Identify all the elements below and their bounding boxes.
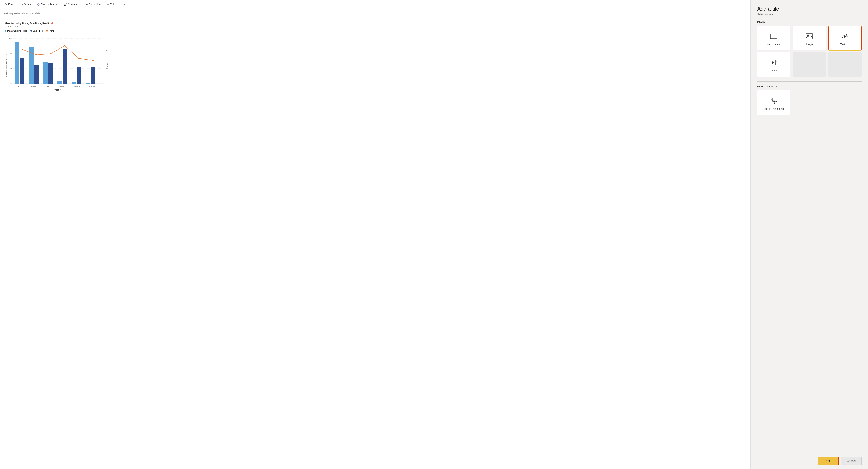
next-button[interactable]: Next	[818, 457, 839, 465]
tile-web-content[interactable]: Web content	[757, 26, 790, 50]
share-label: Share	[24, 3, 31, 6]
svg-text:VTT: VTT	[18, 85, 22, 87]
svg-rect-41	[806, 34, 813, 39]
more-label: ···	[123, 3, 125, 6]
svg-text:Montana: Montana	[73, 85, 80, 87]
chart-legend: Manufacturing Price Sale Price Profit	[5, 30, 746, 32]
chat-label: Chat in Teams	[41, 3, 57, 6]
svg-text:Carretera: Carretera	[88, 85, 95, 87]
svg-text:30K: 30K	[9, 38, 12, 40]
svg-text:Profit: Profit	[106, 63, 108, 67]
media-tile-grid-2: Video	[757, 52, 862, 77]
svg-rect-13	[57, 81, 62, 84]
subscribe-icon: ✉	[85, 3, 88, 6]
svg-rect-14	[72, 82, 76, 84]
svg-text:2M: 2M	[106, 67, 108, 69]
text-box-label: Text box	[840, 43, 849, 46]
chart-subtitle: BY PRODUCT	[5, 25, 746, 28]
comment-label: Comment	[68, 3, 79, 6]
svg-point-25	[64, 45, 65, 46]
svg-text:Velo: Velo	[46, 85, 50, 87]
qa-bar	[0, 9, 750, 18]
more-menu-button[interactable]: ···	[121, 2, 126, 7]
streaming-label: Custom Streaming	[764, 108, 784, 110]
web-content-icon	[770, 32, 778, 41]
svg-rect-10	[15, 42, 20, 84]
chevron-down-icon: ▾	[13, 3, 14, 5]
tile-custom-streaming[interactable]: (o) Custom Streaming	[757, 90, 790, 115]
svg-text:A: A	[845, 34, 847, 37]
file-icon: 🗋	[4, 3, 7, 6]
subscribe-button[interactable]: ✉ Subscribe	[84, 2, 102, 7]
chart-title: Manufacturing Price, Sale Price, Profit	[5, 22, 49, 25]
image-icon	[805, 32, 813, 41]
share-button[interactable]: ↗ Share	[20, 2, 32, 7]
file-label: File	[8, 3, 12, 6]
subscribe-label: Subscribe	[89, 3, 100, 6]
svg-text:10K: 10K	[9, 67, 12, 69]
cancel-button[interactable]: Cancel	[841, 457, 862, 465]
legend-sale: Sale Price	[30, 30, 43, 32]
media-tile-grid: Web content Image A A Text box	[757, 26, 862, 50]
top-bar: 🗋 File ▾ ↗ Share ⬡ Chat in Teams 💬 Comme…	[0, 0, 750, 9]
tile-text-box[interactable]: A A Text box	[828, 26, 862, 50]
file-menu[interactable]: 🗋 File ▾	[3, 2, 16, 7]
chat-in-teams-button[interactable]: ⬡ Chat in Teams	[36, 2, 59, 7]
svg-rect-37	[771, 34, 777, 39]
teams-icon: ⬡	[37, 3, 40, 6]
svg-text:4M: 4M	[106, 49, 108, 51]
legend-mfg: Manufacturing Price	[5, 30, 27, 32]
tile-video[interactable]: Video	[757, 52, 790, 77]
chart-pin-icon: 📌	[50, 22, 53, 25]
svg-rect-15	[86, 83, 90, 84]
image-label: Image	[806, 43, 813, 46]
svg-rect-17	[34, 65, 39, 84]
svg-text:Product: Product	[54, 89, 61, 91]
tile-image[interactable]: Image	[793, 26, 826, 50]
edit-icon: ✏	[106, 3, 109, 6]
panel-title: Add a tile	[757, 6, 862, 12]
svg-text:20K: 20K	[9, 52, 12, 54]
realtime-section-label: REAL-TIME DATA	[757, 85, 862, 88]
svg-rect-21	[91, 67, 95, 84]
tile-empty-1	[793, 52, 826, 77]
edit-chevron-icon: ▾	[116, 3, 117, 5]
edit-button[interactable]: ✏ Edit ▾	[105, 2, 118, 7]
svg-rect-16	[20, 58, 25, 84]
svg-rect-19	[63, 49, 67, 84]
svg-point-22	[22, 49, 23, 50]
legend-profit: Profit	[46, 30, 54, 32]
chart-area: Manufacturing Price, Sale Price, Profit …	[0, 18, 750, 469]
bottom-bar: Next Cancel	[757, 453, 862, 465]
right-panel: Add a tile Select source MEDIA Web conte…	[751, 0, 868, 469]
video-icon	[770, 58, 778, 68]
comment-button[interactable]: 💬 Comment	[62, 2, 81, 7]
chart-svg: 30K 20K 10K 0K 4M 2M	[5, 34, 110, 98]
svg-text:0K: 0K	[10, 83, 12, 85]
svg-text:Paseo: Paseo	[60, 85, 65, 87]
streaming-icon: (o)	[770, 97, 778, 106]
video-label: Video	[771, 69, 777, 72]
tile-empty-2	[828, 52, 862, 77]
svg-text:(o): (o)	[772, 100, 774, 102]
svg-point-23	[36, 54, 37, 55]
media-section-label: MEDIA	[757, 21, 862, 23]
svg-point-24	[50, 53, 51, 54]
comment-icon: 💬	[64, 3, 67, 6]
svg-rect-18	[48, 63, 53, 84]
chart-container: 30K 20K 10K 0K 4M 2M	[5, 34, 110, 98]
svg-rect-12	[43, 62, 48, 84]
realtime-tile-grid: (o) Custom Streaming	[757, 90, 862, 115]
svg-text:Manufacturing Price and Sale: Manufacturing Price and Sale	[6, 53, 8, 77]
edit-label: Edit	[110, 3, 115, 6]
qa-input[interactable]	[4, 11, 57, 16]
web-content-label: Web content	[767, 43, 780, 46]
svg-rect-20	[77, 67, 81, 84]
svg-point-27	[92, 60, 94, 61]
svg-marker-46	[772, 61, 774, 64]
left-panel: 🗋 File ▾ ↗ Share ⬡ Chat in Teams 💬 Comme…	[0, 0, 751, 469]
svg-point-26	[78, 58, 80, 59]
share-icon: ↗	[21, 3, 23, 6]
panel-subtitle: Select source	[757, 13, 862, 16]
section-divider	[757, 81, 862, 82]
